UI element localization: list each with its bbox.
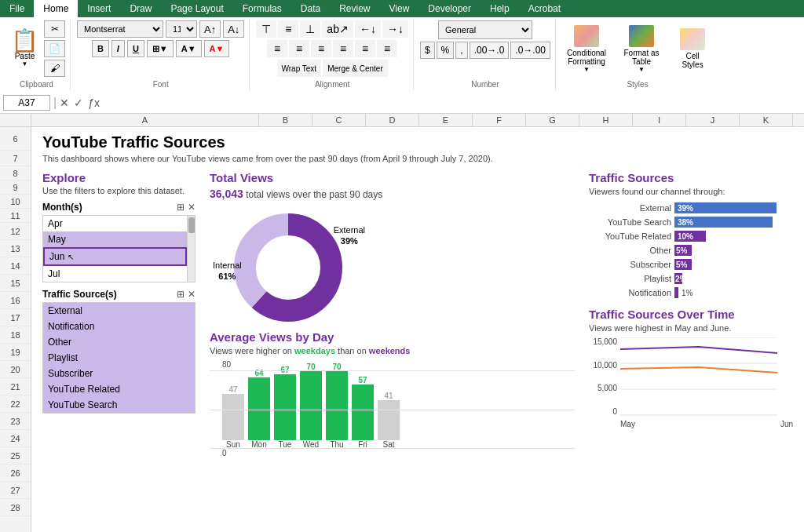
fill-color-button[interactable]: A▼ (176, 40, 202, 57)
donut-chart: Internal61% External39% (210, 205, 367, 322)
align-center-button[interactable]: ≡ (289, 40, 309, 57)
col-header-a[interactable]: A (31, 114, 259, 126)
wrap-text-button[interactable]: Wrap Text (277, 60, 322, 77)
col-header-h[interactable]: H (579, 114, 633, 126)
row-7: 7 (0, 151, 31, 166)
month-jun[interactable]: Jun ↖ (43, 247, 187, 266)
month-jul[interactable]: Jul (43, 266, 187, 282)
months-filter-icon[interactable]: ⊞ (177, 202, 185, 213)
confirm-formula-icon[interactable]: ✓ (74, 97, 83, 109)
sources-label: Traffic Source(s) (42, 289, 117, 300)
col-header-f[interactable]: F (473, 114, 526, 126)
underline-button[interactable]: U (127, 40, 144, 57)
format-as-table-icon (629, 25, 654, 47)
increase-decimal-button[interactable]: .0→.00 (510, 42, 550, 59)
decrease-font-button[interactable]: A↓ (223, 20, 244, 38)
indent-increase-button[interactable]: →↓ (382, 20, 408, 38)
align-left2-button[interactable]: ≡ (333, 40, 353, 57)
col-header-b[interactable]: B (259, 114, 312, 126)
conditional-formatting-button[interactable]: Conditional Formatting ▼ (562, 23, 611, 75)
align-right2-button[interactable]: ≡ (377, 40, 397, 57)
cut-button[interactable]: ✂ (44, 20, 65, 38)
borders-button[interactable]: ⊞▼ (147, 40, 174, 57)
bar-thu: 70 Thu (326, 363, 348, 449)
col-header-j[interactable]: J (686, 114, 740, 126)
col-header-i[interactable]: I (633, 114, 686, 126)
source-playlist[interactable]: Playlist (43, 350, 195, 366)
comma-button[interactable]: , (455, 42, 467, 59)
source-subscriber[interactable]: Subscriber (43, 366, 195, 381)
source-youtube-related[interactable]: YouTube Related (43, 381, 195, 397)
merge-center-button[interactable]: Merge & Center (323, 60, 388, 77)
increase-font-button[interactable]: A↑ (199, 20, 221, 38)
bold-button[interactable]: B (92, 40, 109, 57)
tab-developer[interactable]: Developer (418, 0, 481, 17)
align-middle-button[interactable]: ≡ (278, 20, 298, 38)
tab-review[interactable]: Review (330, 0, 379, 17)
tab-home[interactable]: Home (34, 0, 78, 17)
font-name-select[interactable]: Montserrat (77, 20, 163, 38)
align-bottom-button[interactable]: ⊥ (300, 20, 320, 38)
col-header-d[interactable]: D (366, 114, 419, 126)
tab-acrobat[interactable]: Acrobat (519, 0, 570, 17)
month-apr[interactable]: Apr (43, 216, 187, 231)
tab-view[interactable]: View (380, 0, 419, 17)
tab-help[interactable]: Help (481, 0, 519, 17)
dashboard-layout: Explore Use the filters to explore this … (42, 171, 793, 457)
row-28: 28 (0, 499, 31, 516)
copy-button[interactable]: 📄 (44, 40, 65, 57)
col-header-c[interactable]: C (312, 114, 366, 126)
source-external[interactable]: External (43, 303, 195, 319)
tab-pagelayout[interactable]: Page Layout (161, 0, 232, 17)
italic-button[interactable]: I (111, 40, 125, 57)
percent-button[interactable]: % (437, 42, 455, 59)
month-may[interactable]: May (43, 231, 187, 247)
tab-insert[interactable]: Insert (78, 0, 120, 17)
paste-button[interactable]: 📋 Paste ▼ (8, 27, 42, 71)
months-clear-icon[interactable]: ✕ (188, 202, 196, 213)
source-other[interactable]: Other (43, 334, 195, 350)
col-header-l[interactable]: L (793, 114, 804, 126)
align-left-button[interactable]: ≡ (267, 40, 287, 57)
row-21: 21 (0, 378, 31, 395)
cell-styles-button[interactable]: Cell Styles (672, 26, 713, 71)
traffic-over-time-title: Traffic Sources Over Time (589, 308, 793, 321)
cancel-formula-icon[interactable]: ✕ (60, 97, 69, 109)
insert-function-icon[interactable]: ƒx (88, 97, 100, 109)
number-group: General $ % , .00→.0 .0→.00 Number (415, 19, 556, 90)
tab-draw[interactable]: Draw (120, 0, 161, 17)
styles-group: Conditional Formatting ▼ Format as Table… (557, 19, 718, 90)
tab-data[interactable]: Data (291, 0, 330, 17)
source-notification[interactable]: Notification (43, 319, 195, 334)
format-as-table-button[interactable]: Format as Table ▼ (617, 23, 666, 75)
col-header-e[interactable]: E (419, 114, 473, 126)
tab-file[interactable]: File (0, 0, 34, 17)
indent-decrease-button[interactable]: ←↓ (355, 20, 381, 38)
font-size-select[interactable]: 11 (166, 20, 197, 38)
format-painter-button[interactable]: 🖌 (44, 60, 65, 77)
source-youtube-search[interactable]: YouTube Search (43, 397, 195, 413)
col-header-g[interactable]: G (526, 114, 579, 126)
font-color-button[interactable]: A▼ (204, 40, 230, 57)
align-right-button[interactable]: ≡ (311, 40, 331, 57)
line-chart-svg (620, 337, 777, 416)
cell-reference-input[interactable] (3, 95, 50, 111)
tab-formulas[interactable]: Formulas (233, 0, 291, 17)
col-header-k[interactable]: K (740, 114, 793, 126)
dashboard-title: YouTube Traffic Sources (42, 133, 793, 151)
text-orientation-button[interactable]: ab↗ (322, 20, 353, 38)
months-scrollbar[interactable] (187, 216, 195, 282)
row-27: 27 (0, 482, 31, 499)
row-26: 26 (0, 465, 31, 482)
sheet-content: YouTube Traffic Sources This dashboard s… (31, 127, 804, 532)
currency-button[interactable]: $ (420, 42, 435, 59)
align-center2-button[interactable]: ≡ (355, 40, 375, 57)
number-format-select[interactable]: General (438, 20, 532, 39)
decrease-decimal-button[interactable]: .00→.0 (470, 42, 510, 59)
conditional-formatting-icon (574, 25, 599, 47)
sources-clear-icon[interactable]: ✕ (188, 289, 196, 300)
formula-input[interactable] (103, 96, 801, 110)
sources-filter-icon[interactable]: ⊞ (177, 289, 185, 300)
avg-views-title: Average Views by Day (210, 330, 575, 344)
align-top-button[interactable]: ⊤ (256, 20, 276, 38)
